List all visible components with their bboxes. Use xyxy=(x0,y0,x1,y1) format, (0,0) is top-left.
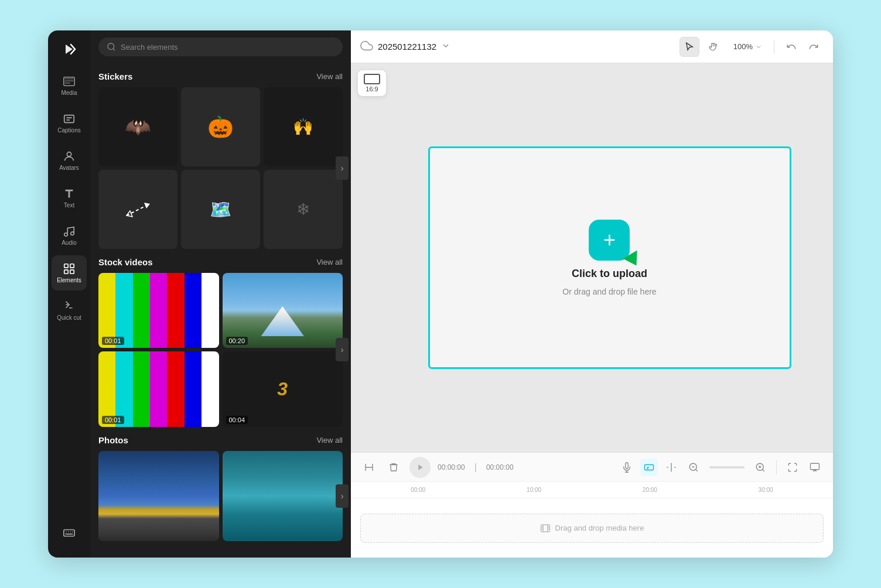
sticker-snowflake[interactable]: ❄ xyxy=(264,170,343,249)
sidebar-item-label: Captions xyxy=(57,127,80,134)
search-placeholder: Search elements xyxy=(121,43,178,52)
drop-zone-text: Drag and drop media here xyxy=(555,524,644,532)
video-mountain[interactable]: 00:20 xyxy=(223,273,343,348)
media-drop-zone[interactable]: Drag and drop media here xyxy=(360,514,824,543)
video-colorbars-1[interactable]: 00:01 xyxy=(98,273,219,348)
app-window: Media Captions Avatars Text Audio Elemen… xyxy=(48,30,833,558)
captions-icon-btn[interactable] xyxy=(640,459,658,476)
timeline-trim-btn[interactable] xyxy=(360,459,378,476)
video-duration-3: 00:01 xyxy=(102,416,124,424)
svg-rect-9 xyxy=(64,530,74,536)
sidebar-item-label: Text xyxy=(64,202,74,208)
sticker-hands-visual: 🙌 xyxy=(264,87,343,166)
sticker-bat-visual: 🦇 xyxy=(98,87,177,166)
elements-panel: Search elements Stickers View all 🦇 🎃 🙌 xyxy=(90,30,351,558)
svg-rect-18 xyxy=(541,525,549,532)
project-name: 202501221132 xyxy=(378,42,436,52)
svg-rect-6 xyxy=(70,264,74,268)
hand-tool-btn[interactable] xyxy=(704,37,724,57)
present-btn[interactable] xyxy=(806,459,824,476)
video-duration-4: 00:04 xyxy=(226,416,248,424)
video-gold-number[interactable]: 3 00:04 xyxy=(223,351,343,426)
play-button[interactable] xyxy=(409,457,431,478)
sticker-pumpkin[interactable]: 🎃 xyxy=(181,87,260,166)
total-timecode: 00:00:00 xyxy=(486,463,514,471)
stickers-scroll-right[interactable]: › xyxy=(336,156,349,180)
redo-btn[interactable] xyxy=(804,37,824,57)
split-icon-btn[interactable] xyxy=(663,459,680,476)
video-duration-2: 00:20 xyxy=(226,337,248,345)
zoom-value: 100% xyxy=(733,42,753,51)
timeline-delete-btn[interactable] xyxy=(385,459,402,476)
ruler-mark-3: 30:00 xyxy=(708,487,824,493)
videos-scroll-right[interactable]: › xyxy=(336,338,349,361)
zoom-slider[interactable] xyxy=(709,466,745,469)
sticker-arrow-visual xyxy=(98,170,177,249)
sidebar-item-quickcut[interactable]: Quick cut xyxy=(52,293,87,328)
sidebar-item-captions[interactable]: Captions xyxy=(52,105,87,141)
svg-marker-12 xyxy=(144,203,150,208)
photo-ocean[interactable] xyxy=(223,451,343,541)
timeline-toolbar: 00:00:00 | 00:00:00 xyxy=(351,453,833,482)
svg-point-2 xyxy=(67,152,71,156)
sidebar-item-elements[interactable]: Elements xyxy=(52,255,87,290)
aspect-ratio-label: 16:9 xyxy=(366,86,378,93)
timeline-area: 00:00:00 | 00:00:00 xyxy=(351,452,833,558)
fullscreen-btn[interactable] xyxy=(784,459,801,476)
sticker-arrow-dashed[interactable] xyxy=(98,170,177,249)
videos-view-all[interactable]: View all xyxy=(316,258,343,266)
sticker-snowflake-visual: ❄ xyxy=(264,170,343,249)
sidebar-item-label: Quick cut xyxy=(57,314,81,321)
ruler-mark-0: 00:00 xyxy=(360,487,476,493)
photo-ocean-visual xyxy=(223,451,343,541)
sticker-bat[interactable]: 🦇 xyxy=(98,87,177,166)
photos-grid: › xyxy=(98,451,343,541)
panel-search-area: Search elements xyxy=(90,30,351,63)
zoom-in-btn[interactable] xyxy=(752,459,769,476)
upload-plus-button[interactable] xyxy=(589,220,630,261)
timecode-divider: | xyxy=(474,462,477,473)
timeline-icons-group xyxy=(618,459,824,476)
photo-city-visual xyxy=(98,451,219,541)
timeline-tracks: Drag and drop media here xyxy=(351,498,833,558)
microphone-icon-btn[interactable] xyxy=(618,459,636,476)
svg-rect-17 xyxy=(811,463,819,470)
sidebar-item-label: Avatars xyxy=(59,165,79,171)
aspect-ratio-icon xyxy=(364,74,380,84)
canvas-container: Click to upload Or drag and drop file he… xyxy=(393,70,826,445)
canvas-frame[interactable]: Click to upload Or drag and drop file he… xyxy=(428,146,791,369)
sidebar-item-audio[interactable]: Audio xyxy=(52,218,87,253)
sidebar-item-avatars[interactable]: Avatars xyxy=(52,143,87,178)
video-duration-1: 00:01 xyxy=(102,337,124,345)
app-logo xyxy=(57,37,81,61)
svg-point-10 xyxy=(108,43,114,50)
photos-view-all[interactable]: View all xyxy=(316,436,343,445)
timeline-ruler: 00:00 10:00 20:00 30:00 xyxy=(351,482,833,498)
sidebar-item-media[interactable]: Media xyxy=(52,68,87,103)
panel-content: Stickers View all 🦇 🎃 🙌 xyxy=(90,63,351,558)
sidebar-item-keyboard[interactable] xyxy=(52,515,87,551)
svg-rect-5 xyxy=(64,264,68,268)
undo-redo-group xyxy=(781,37,824,57)
photos-title: Photos xyxy=(98,435,128,445)
main-area: 202501221132 xyxy=(351,30,833,558)
videos-title: Stock videos xyxy=(98,257,153,267)
photos-section-header: Photos View all xyxy=(98,435,343,445)
sticker-hands[interactable]: 🙌 xyxy=(264,87,343,166)
stickers-view-all[interactable]: View all xyxy=(316,72,343,81)
sidebar-item-text[interactable]: Text xyxy=(52,180,87,216)
stickers-section-header: Stickers View all xyxy=(98,71,343,81)
video-colorbars-2[interactable]: 00:01 xyxy=(98,351,219,426)
photos-scroll-right[interactable]: › xyxy=(336,484,349,508)
undo-btn[interactable] xyxy=(781,37,801,57)
photo-city[interactable] xyxy=(98,451,219,541)
aspect-ratio-selector[interactable]: 16:9 xyxy=(358,70,386,96)
search-bar[interactable]: Search elements xyxy=(98,37,343,56)
sticker-map[interactable]: 🗺️ xyxy=(181,170,260,249)
zoom-selector[interactable]: 100% xyxy=(729,40,767,53)
project-dropdown-arrow[interactable] xyxy=(441,41,450,53)
zoom-out-btn[interactable] xyxy=(685,459,702,476)
select-tool-btn[interactable] xyxy=(679,37,699,57)
film-icon xyxy=(540,523,551,534)
sidebar-item-label: Elements xyxy=(57,277,81,283)
